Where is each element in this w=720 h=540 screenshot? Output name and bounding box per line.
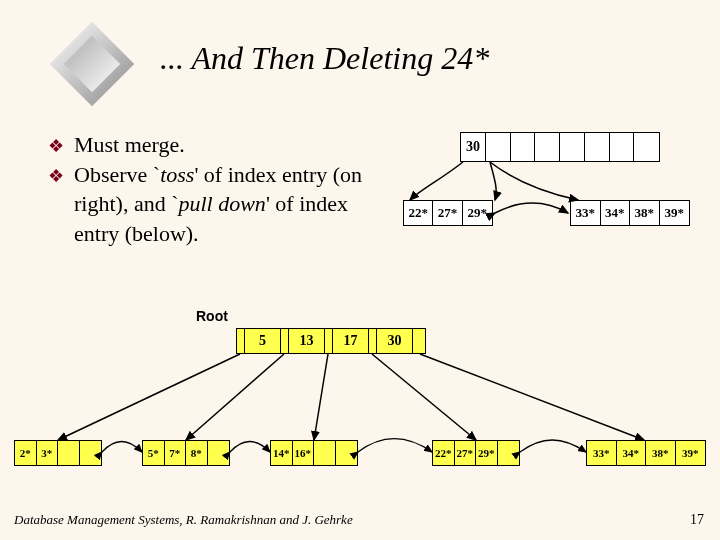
leaf-cell: 34*: [617, 441, 647, 465]
leaf-cell: 33*: [571, 201, 601, 225]
pulldown-term: pull down: [178, 191, 265, 216]
leaf-cell: 34*: [601, 201, 631, 225]
root-label: Root: [196, 308, 228, 324]
root-key: 17: [333, 329, 369, 353]
index-cell: [511, 133, 536, 161]
tree-edge: [186, 354, 284, 440]
leaf-cell: 16*: [293, 441, 315, 465]
tree-edge: [314, 354, 328, 440]
index-cell: [585, 133, 610, 161]
leaf-node: 14* 16*: [270, 440, 358, 466]
leaf-cell: 5*: [143, 441, 165, 465]
slide-title: ... And Then Deleting 24*: [160, 40, 489, 77]
leaf-cell: 29*: [463, 201, 492, 225]
root-key: 5: [245, 329, 281, 353]
footer-citation: Database Management Systems, R. Ramakris…: [14, 512, 353, 528]
bullet-text: Must merge.: [74, 130, 388, 160]
toss-term: toss: [160, 162, 194, 187]
top-right-leaf-left: 22* 27* 29*: [403, 200, 493, 226]
index-cell: [610, 133, 635, 161]
bullet-item: ❖ Must merge.: [48, 130, 388, 160]
root-pointer-slot: [281, 329, 289, 353]
root-key: 13: [289, 329, 325, 353]
bullet-diamond-decoration: [48, 20, 136, 108]
leaf-cell: [498, 441, 519, 465]
bullet-item: ❖ Observe `toss' of index entry (on righ…: [48, 160, 388, 249]
leaf-cell: 3*: [37, 441, 59, 465]
root-key: 30: [377, 329, 413, 353]
root-pointer-slot: [325, 329, 333, 353]
leaf-node: 33* 34* 38* 39*: [586, 440, 706, 466]
tree-edge: [372, 354, 476, 440]
leaf-cell: [314, 441, 336, 465]
leaf-cell: 29*: [476, 441, 498, 465]
leaf-cell: [336, 441, 357, 465]
bullet-text: Observe `toss' of index entry (on right)…: [74, 160, 388, 249]
leaf-cell: 27*: [455, 441, 477, 465]
leaf-cell: 39*: [660, 201, 689, 225]
leaf-cell: 27*: [433, 201, 462, 225]
leaf-node: 22* 27* 29*: [432, 440, 520, 466]
bullet-marker-icon: ❖: [48, 164, 64, 188]
slide-number: 17: [690, 512, 704, 528]
leaf-cell: 22*: [433, 441, 455, 465]
bullet-list: ❖ Must merge. ❖ Observe `toss' of index …: [48, 130, 388, 249]
leaf-cell: 22*: [404, 201, 433, 225]
root-pointer-slot: [413, 329, 421, 353]
top-right-index-node: 30: [460, 132, 660, 162]
leaf-node: 5* 7* 8*: [142, 440, 230, 466]
root-pointer-slot: [369, 329, 377, 353]
leaf-cell: 7*: [165, 441, 187, 465]
bullet-marker-icon: ❖: [48, 134, 64, 158]
leaf-cell: [208, 441, 229, 465]
leaf-cell: [80, 441, 101, 465]
leaf-cell: 2*: [15, 441, 37, 465]
leaf-cell: 38*: [630, 201, 660, 225]
leaf-cell: 38*: [646, 441, 676, 465]
root-node: 5 13 17 30: [236, 328, 426, 354]
leaf-cell: 8*: [186, 441, 208, 465]
leaf-cell: [58, 441, 80, 465]
top-right-leaf-right: 33* 34* 38* 39*: [570, 200, 690, 226]
index-cell: [560, 133, 585, 161]
leaf-cell: 39*: [676, 441, 705, 465]
index-cell: [535, 133, 560, 161]
index-cell: [486, 133, 511, 161]
leaf-cell: 14*: [271, 441, 293, 465]
index-cell: [634, 133, 659, 161]
root-pointer-slot: [237, 329, 245, 353]
tree-edge: [420, 354, 644, 440]
index-cell: 30: [461, 133, 486, 161]
leaf-node: 2* 3*: [14, 440, 102, 466]
leaf-cell: 33*: [587, 441, 617, 465]
tree-edge: [58, 354, 240, 440]
